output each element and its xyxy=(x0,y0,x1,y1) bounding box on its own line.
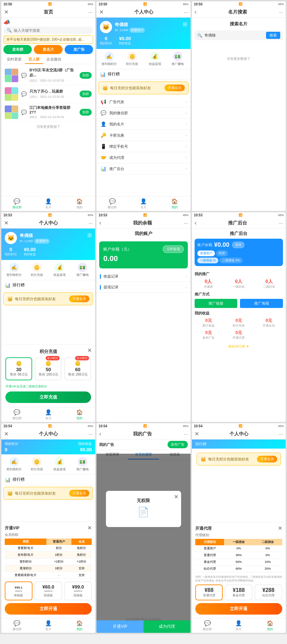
nav-close-4[interactable]: ✕ xyxy=(4,220,8,226)
nav-back-6[interactable]: ‹ xyxy=(195,219,197,226)
nav-more-5[interactable]: ··· xyxy=(184,220,188,226)
withdraw-btn[interactable]: 立即提现 xyxy=(163,245,184,253)
publish-ad-btn-8[interactable]: 发布广告 xyxy=(168,441,188,448)
promote-withdraw-btn[interactable]: 提现 xyxy=(232,242,244,248)
open-agent-btn[interactable]: 立即开通 xyxy=(195,603,282,615)
tab-mine[interactable]: 🏠 我的 xyxy=(64,196,95,211)
gold-rank[interactable]: 佣金排行榜 ▼ xyxy=(195,342,283,351)
nav-more-7[interactable]: ··· xyxy=(89,431,93,437)
agent-price-3[interactable]: ¥288 钻石代理 xyxy=(255,585,282,600)
promote-link-btn[interactable]: 推广链接 xyxy=(195,299,238,308)
open-vip-btn[interactable]: 立即开通 xyxy=(5,603,92,615)
qr-icon-4[interactable]: ⊞ xyxy=(87,232,92,238)
menu-my-card[interactable]: 👤 我的名片 › xyxy=(96,119,190,130)
tab7-mine[interactable]: 🏠 我的 xyxy=(64,618,95,633)
nav-more-9[interactable]: ··· xyxy=(279,431,283,437)
nav-close-2[interactable]: ✕ xyxy=(99,9,104,15)
menu-credit[interactable]: 🪙 积分充值 xyxy=(121,52,144,66)
nav-more-1[interactable]: ··· xyxy=(89,9,93,15)
nav-back-8[interactable]: ‹ xyxy=(99,430,101,437)
vip-price-card-2[interactable]: ¥60.0 ¥100.0 高级版 xyxy=(35,581,62,600)
tab4-cards[interactable]: 👤 名片 xyxy=(32,407,64,422)
search-btn-3[interactable]: 搜索 xyxy=(266,32,280,39)
nav-close-7[interactable]: ✕ xyxy=(4,431,8,437)
search-input-3[interactable] xyxy=(204,33,264,38)
withdraw-record[interactable]: 提现记录 › xyxy=(96,282,190,293)
nav-more-3[interactable]: ··· xyxy=(279,9,283,15)
tab2-wechat[interactable]: 💬 微信群 xyxy=(96,196,128,211)
vip-price-card-1[interactable]: ¥¥0.1 ¥10.0 体验版 xyxy=(5,581,32,600)
agent-price-1[interactable]: ¥88 普通代理 xyxy=(195,585,223,600)
menu-withdraw[interactable]: 💰 收益提现 xyxy=(144,52,166,66)
nav-more-2[interactable]: ··· xyxy=(184,9,188,15)
credit-close-btn[interactable]: ✕ xyxy=(87,347,92,354)
promote-poster-btn[interactable]: 推广海报 xyxy=(240,299,283,308)
publish-card-btn[interactable]: 发名片 xyxy=(34,45,62,54)
tab-hundred[interactable]: 百人群 xyxy=(25,55,43,64)
promote-tab-normal[interactable]: 普通用户 xyxy=(197,251,215,256)
nav-close-1[interactable]: ✕ xyxy=(4,9,8,15)
rank-btn-4[interactable]: 📊 排行榜 xyxy=(1,280,95,290)
promote-rate-1[interactable]: 一级佣金 % xyxy=(197,258,219,263)
promote-rate-2[interactable]: 二级佣金 0% xyxy=(220,258,243,263)
qr-icon[interactable]: ⊞ xyxy=(183,21,187,27)
nav-more-4[interactable]: ··· xyxy=(89,220,93,226)
tab7-cards[interactable]: 👤 名片 xyxy=(32,618,64,633)
tab9-mine[interactable]: 🏠 我的 xyxy=(255,618,286,633)
menu-ad[interactable]: 📢 广告代发 › xyxy=(96,96,190,108)
credit-confirm-btn[interactable]: 立即充值 xyxy=(5,391,91,403)
rank-btn-7[interactable]: 📊 排行榜 xyxy=(1,475,95,485)
vip-modal-close[interactable]: ✕ xyxy=(87,525,92,531)
become-agent-btn-8[interactable]: 成为代理 xyxy=(144,620,191,633)
promote-tab-hosted[interactable]: 托管 xyxy=(216,251,228,256)
tab-wechat-groups[interactable]: 💬 微信群 xyxy=(1,196,32,211)
tab9-cards[interactable]: 👤 名片 xyxy=(223,618,254,633)
tab2-cards[interactable]: 👤 名片 xyxy=(128,196,159,211)
menu-credit-4[interactable]: 🪙 积分充值 xyxy=(25,263,48,277)
menu-signin[interactable]: ✍️ 签到领积分 xyxy=(98,52,120,66)
vip-open-btn-4[interactable]: 开通会员 xyxy=(69,295,89,302)
tab-realtime[interactable]: 实时更新 xyxy=(3,55,25,64)
menu-promote[interactable]: 💵 推广赚钱 xyxy=(166,52,189,66)
nav-more-6[interactable]: ··· xyxy=(279,220,283,226)
menu-withdraw-7[interactable]: 💰 收益提现 xyxy=(48,457,71,472)
agent-modal-close[interactable]: ✕ xyxy=(278,525,282,531)
tab9-wechat[interactable]: 💬 微信群 xyxy=(192,618,223,633)
publish-group-btn[interactable]: 发布群 xyxy=(3,45,32,54)
menu-card-key[interactable]: 🔑 卡密兑换 › xyxy=(96,130,190,141)
menu-credit-7[interactable]: 🪙 积分充值 xyxy=(25,457,48,472)
tab4-wechat[interactable]: 💬 微信群 xyxy=(1,407,32,422)
menu-signin-4[interactable]: ✍️ 签到领积分 xyxy=(3,263,25,277)
tab4-mine[interactable]: 🏠 我的 xyxy=(64,407,95,422)
menu-agent[interactable]: 🤝 成为代理 › xyxy=(96,152,190,163)
menu-promote-4[interactable]: 💵 推广赚钱 xyxy=(71,263,94,277)
menu-signin-7[interactable]: ✍️ 签到领积分 xyxy=(3,457,25,472)
open-vip-btn-8[interactable]: 开通VIP xyxy=(96,620,144,633)
vip-open-btn-7[interactable]: 开通会员 xyxy=(69,490,89,497)
nav-close-9[interactable]: ✕ xyxy=(195,431,199,437)
tab-enterprise[interactable]: 企业微信 xyxy=(43,55,65,64)
nav-back-5[interactable]: ‹ xyxy=(99,219,101,226)
credit-card-30[interactable]: 🪙 30 售价 88.0元 xyxy=(5,357,32,380)
nav-back-3[interactable]: ‹ xyxy=(195,8,197,16)
tab-cards[interactable]: 👤 名片 xyxy=(32,196,64,211)
add-group-btn-3[interactable]: 加群 xyxy=(80,109,92,116)
search-input[interactable] xyxy=(14,28,90,32)
nav-more-8[interactable]: ··· xyxy=(184,431,188,437)
tab2-mine[interactable]: 🏠 我的 xyxy=(159,196,190,211)
rank-btn[interactable]: 📊 排行榜 xyxy=(96,69,190,79)
search-bar[interactable]: 🔍 xyxy=(3,27,93,34)
credit-card-50[interactable]: 送10积分 🪙 50 售价 188.0元 xyxy=(35,357,62,380)
vip-open-btn[interactable]: 开通会员 xyxy=(164,85,185,91)
menu-promote-backend[interactable]: 📊 推广后台 › xyxy=(96,163,190,174)
menu-bind-phone[interactable]: 📱 绑定手机号 › xyxy=(96,141,190,152)
income-record[interactable]: 收益记录 › xyxy=(96,271,190,282)
add-group-btn-2[interactable]: 加群 xyxy=(80,91,92,97)
agent-price-2[interactable]: ¥188 黄金代理 xyxy=(225,585,252,600)
publish-ad-btn[interactable]: 发广告 xyxy=(65,45,93,54)
no-perm-close[interactable]: ✕ xyxy=(174,494,178,500)
vip-open-9[interactable]: 开通会员 xyxy=(257,456,277,462)
tab7-wechat[interactable]: 💬 微信群 xyxy=(1,618,32,633)
menu-withdraw-4[interactable]: 💰 收益提现 xyxy=(48,263,71,277)
add-group-btn-1[interactable]: 加群 xyxy=(80,72,92,79)
